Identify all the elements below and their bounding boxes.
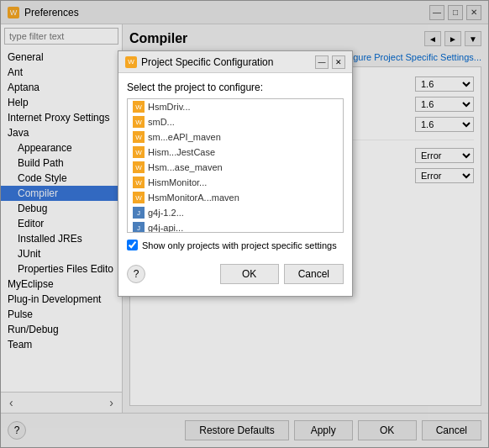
modal-overlay: W Project Specific Configuration — ✕ Sel… bbox=[0, 0, 489, 448]
modal-close-button[interactable]: ✕ bbox=[332, 55, 345, 69]
modal-icon: W bbox=[125, 56, 137, 68]
modal-help-button[interactable]: ? bbox=[127, 265, 145, 283]
list-item[interactable]: W Hsm...ase_maven bbox=[128, 160, 343, 175]
modal-content: Select the project to configure: W HsmDr… bbox=[118, 73, 352, 296]
modal-title-bar: W Project Specific Configuration — ✕ bbox=[118, 51, 352, 73]
modal-cancel-button[interactable]: Cancel bbox=[284, 264, 344, 284]
list-item[interactable]: W HismMonitor... bbox=[128, 175, 343, 190]
list-item[interactable]: W smD... bbox=[128, 114, 343, 129]
project-icon: W bbox=[133, 161, 145, 173]
list-item[interactable]: W HsmMonitorA...maven bbox=[128, 190, 343, 205]
project-config-modal: W Project Specific Configuration — ✕ Sel… bbox=[118, 50, 353, 297]
modal-title-buttons: — ✕ bbox=[315, 55, 345, 69]
project-icon: W bbox=[133, 116, 145, 128]
modal-title-left: W Project Specific Configuration bbox=[125, 56, 273, 68]
modal-project-list[interactable]: W HsmDriv... W smD... W sm...eAPI_maven … bbox=[127, 98, 344, 233]
project-icon: W bbox=[133, 192, 145, 203]
list-item[interactable]: W Hism...JestCase bbox=[128, 145, 343, 160]
show-only-checkbox[interactable] bbox=[127, 240, 138, 250]
modal-ok-button[interactable]: OK bbox=[220, 264, 279, 284]
project-icon: J bbox=[133, 222, 145, 233]
show-only-checkbox-row: Show only projects with project specific… bbox=[127, 240, 344, 250]
show-only-label: Show only projects with project specific… bbox=[142, 240, 337, 250]
project-icon: W bbox=[133, 146, 145, 158]
project-icon: W bbox=[133, 177, 145, 188]
modal-title: Project Specific Configuration bbox=[141, 56, 273, 68]
modal-minimize-button[interactable]: — bbox=[315, 55, 329, 69]
project-icon: J bbox=[133, 207, 145, 219]
list-item[interactable]: J g4j-api... bbox=[128, 220, 343, 233]
modal-select-label: Select the project to configure: bbox=[127, 82, 344, 93]
list-item[interactable]: W HsmDriv... bbox=[128, 99, 343, 114]
list-item[interactable]: W sm...eAPI_maven bbox=[128, 129, 343, 145]
project-icon: W bbox=[133, 101, 145, 113]
modal-footer: ? OK Cancel bbox=[127, 259, 344, 287]
project-icon: W bbox=[133, 131, 145, 143]
list-item[interactable]: J g4j-1.2... bbox=[128, 205, 343, 220]
